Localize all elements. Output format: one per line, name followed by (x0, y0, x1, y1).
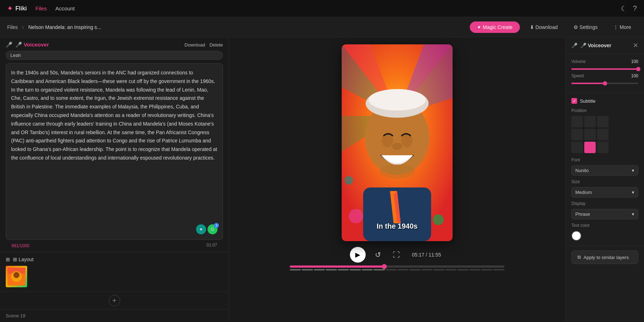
magic-create-button[interactable]: ✦ Magic Create (470, 21, 519, 33)
display-dropdown[interactable]: Phrase ▾ (571, 209, 638, 219)
svg-point-20 (349, 209, 363, 223)
nav-files[interactable]: Files (35, 5, 47, 11)
char-count: 981/1000 (6, 241, 35, 250)
apply-label: Apply to similar layers (584, 255, 629, 260)
voiceover-duration: 01:07 (201, 241, 223, 250)
top-nav: ✦ Fliki Files Account ☾ ? (0, 0, 644, 17)
dark-mode-toggle[interactable]: ☾ (621, 4, 627, 13)
subtitle-label: Subtitle (580, 98, 595, 104)
pos-bot-right[interactable] (597, 142, 609, 153)
subtitle-overlay: In the 1940s (342, 222, 453, 230)
volume-slider[interactable] (571, 68, 638, 70)
layout-grid-icon: ⊞ (6, 257, 10, 262)
app-name: Fliki (15, 5, 27, 12)
display-value: Phrase (575, 211, 590, 217)
timeline-markers (290, 269, 504, 270)
rp-mic-icon: 🎤 (571, 43, 577, 48)
speed-value: 100 (628, 73, 638, 78)
microphone-icon: 🎤 (6, 42, 13, 48)
logo-icon: ✦ (7, 5, 13, 13)
timeline-marker (481, 269, 492, 270)
subtitle-toggle-row: ✓ Subtitle (571, 98, 638, 104)
breadcrumb-actions: ✦ Magic Create ⬇ Download ⚙ Settings ⋮ M… (470, 21, 637, 33)
svg-point-15 (369, 89, 426, 111)
voice-tag[interactable]: Leah (6, 51, 223, 60)
pos-mid-center[interactable] (584, 129, 596, 140)
add-scene-button[interactable]: + (109, 295, 120, 306)
speed-thumb (603, 81, 607, 86)
pos-bot-center[interactable] (584, 142, 596, 153)
font-value: Nunito (575, 168, 589, 173)
mandela-portrait-svg (342, 44, 453, 241)
green-assist-icon[interactable]: G 3 (208, 224, 218, 234)
fullscreen-button[interactable]: ⛶ (390, 248, 403, 261)
voiceover-delete-button[interactable]: Delete (209, 42, 223, 48)
timeline-marker (433, 269, 444, 270)
timeline-marker (469, 269, 480, 270)
nav-right: ☾ ? (621, 4, 637, 13)
subtitle-text: In the 1940s (377, 222, 418, 230)
timeline-marker (314, 269, 325, 270)
more-button[interactable]: ⋮ More (608, 21, 637, 33)
download-button[interactable]: ⬇ Download (524, 21, 564, 33)
replay-button[interactable]: ↺ (371, 248, 384, 261)
timeline-marker (290, 269, 301, 270)
pos-bot-left[interactable] (571, 142, 583, 153)
main-layout: 🎤 🎤 Voiceover Download Delete Leah In th… (0, 37, 644, 322)
help-icon[interactable]: ? (633, 4, 637, 13)
teal-assist-icon[interactable]: ✦ (196, 224, 206, 234)
layout-section: ⊞ ⊞ Layout (0, 252, 229, 292)
voiceover-label: 🎤 Voiceover (15, 42, 49, 48)
rp-title-label: 🎤 Voiceover (580, 43, 611, 48)
text-color-picker[interactable] (571, 231, 581, 241)
pos-top-left[interactable] (571, 116, 583, 127)
pos-mid-right[interactable] (597, 129, 609, 140)
position-grid (571, 116, 638, 153)
timeline-marker (493, 269, 504, 270)
progress-bar[interactable] (290, 265, 504, 268)
timeline-marker (326, 269, 337, 270)
font-dropdown[interactable]: Nunito ▾ (571, 165, 638, 176)
right-panel-header: 🎤 🎤 Voiceover ✕ (566, 37, 644, 54)
volume-value: 100 (628, 59, 638, 64)
voiceover-download-button[interactable]: Download (185, 42, 205, 48)
voiceover-header: 🎤 🎤 Voiceover Download Delete (0, 37, 229, 51)
video-controls: ▶ ↺ ⛶ 05:17 / 11:55 (290, 247, 504, 270)
breadcrumb-separator: › (22, 24, 24, 30)
timeline-marker (397, 269, 409, 270)
volume-fill (571, 68, 638, 70)
app-logo: ✦ Fliki (7, 5, 27, 13)
timeline-marker (457, 269, 468, 270)
settings-button[interactable]: ⚙ Settings (568, 21, 603, 33)
pos-mid-left[interactable] (571, 129, 583, 140)
progress-thumb (382, 264, 387, 269)
breadcrumb-bar: Files › Nelson Mandela: an Inspiring s..… (0, 17, 644, 37)
timeline-marker (350, 269, 361, 270)
pos-top-center[interactable] (584, 116, 596, 127)
timeline-marker (374, 269, 385, 270)
apply-icon: ⧉ (577, 254, 581, 260)
voiceover-text-area: In the 1940s and 50s, Mandela's seniors … (6, 63, 223, 240)
apply-to-similar-button[interactable]: ⧉ Apply to similar layers (571, 250, 638, 264)
speed-label: Speed (571, 73, 625, 78)
nav-account[interactable]: Account (55, 5, 75, 11)
volume-thumb (636, 67, 640, 71)
timeline-marker (386, 269, 397, 270)
breadcrumb-root[interactable]: Files (7, 24, 18, 30)
subtitle-checkbox[interactable]: ✓ (571, 98, 577, 104)
layout-thumbnail[interactable] (6, 266, 27, 287)
size-dropdown[interactable]: Medium ▾ (571, 187, 638, 197)
left-panel: 🎤 🎤 Voiceover Download Delete Leah In th… (0, 37, 229, 322)
play-button[interactable]: ▶ (350, 247, 366, 263)
speed-slider[interactable] (571, 83, 638, 84)
size-value: Medium (575, 190, 592, 195)
rp-close-button[interactable]: ✕ (633, 42, 638, 49)
rp-title: 🎤 🎤 Voiceover (571, 43, 611, 48)
time-display: 05:17 / 11:55 (409, 252, 444, 258)
position-label: Position (571, 108, 638, 113)
voiceover-text-content[interactable]: In the 1940s and 50s, Mandela's seniors … (11, 69, 218, 162)
speed-fill (571, 83, 605, 84)
text-color-label: Text color (571, 223, 638, 228)
svg-point-19 (379, 164, 415, 179)
pos-top-right[interactable] (597, 116, 609, 127)
